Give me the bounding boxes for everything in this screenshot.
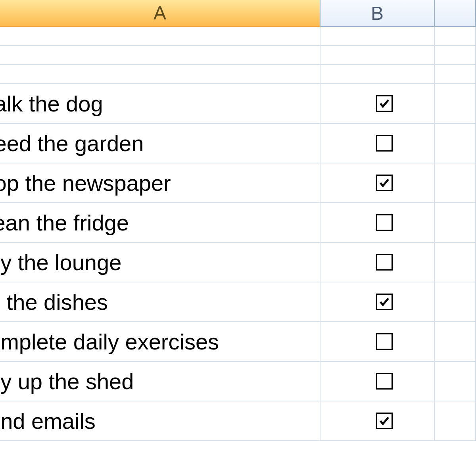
- cell-task-text[interactable]: lean the fridge: [0, 203, 321, 243]
- cell-task-text[interactable]: top the newspaper: [0, 163, 321, 203]
- cell-empty[interactable]: [435, 322, 476, 362]
- cell-empty[interactable]: [435, 65, 476, 84]
- cell-task-text[interactable]: /eed the garden: [0, 124, 321, 163]
- checkbox-unchecked-icon[interactable]: [376, 333, 393, 350]
- checkbox-checked-icon[interactable]: [376, 95, 393, 112]
- table-row: end emails: [0, 401, 476, 441]
- table-row: /alk the dog: [0, 84, 476, 124]
- cell-task-text[interactable]: dy up the shed: [0, 362, 321, 401]
- cell-empty[interactable]: [435, 362, 476, 401]
- cell-task-text[interactable]: [0, 65, 321, 84]
- table-row: lean the fridge: [0, 203, 476, 243]
- checkbox-checked-icon[interactable]: [376, 175, 393, 191]
- cell-checkbox[interactable]: [321, 282, 435, 322]
- checkbox-checked-icon[interactable]: [376, 413, 393, 429]
- cell-empty[interactable]: [435, 124, 476, 163]
- cell-task-text[interactable]: [0, 27, 321, 46]
- checkbox-unchecked-icon[interactable]: [376, 254, 393, 271]
- checkbox-unchecked-icon[interactable]: [376, 373, 393, 390]
- cell-task-text[interactable]: dy the lounge: [0, 243, 321, 282]
- cell-checkbox[interactable]: [321, 243, 435, 282]
- cell-empty[interactable]: [435, 401, 476, 441]
- cell-task-text[interactable]: [0, 46, 321, 65]
- cell-empty[interactable]: [435, 163, 476, 203]
- table-row: [0, 46, 476, 65]
- cell-checkbox[interactable]: [321, 124, 435, 163]
- table-row: top the newspaper: [0, 163, 476, 203]
- cell-checkbox[interactable]: [321, 84, 435, 124]
- table-row: dy up the shed: [0, 362, 476, 401]
- cell-empty[interactable]: [435, 203, 476, 243]
- checkbox-checked-icon[interactable]: [376, 294, 393, 310]
- table-row: o the dishes: [0, 282, 476, 322]
- column-header-a[interactable]: A: [0, 0, 321, 27]
- cell-checkbox[interactable]: [321, 322, 435, 362]
- checkbox-unchecked-icon[interactable]: [376, 214, 393, 231]
- spreadsheet-grid: A B /alk the dog/eed the gardentop the n…: [0, 0, 476, 476]
- table-row: dy the lounge: [0, 243, 476, 282]
- cell-task-text[interactable]: end emails: [0, 401, 321, 441]
- cell-checkbox[interactable]: [321, 46, 435, 65]
- cell-empty[interactable]: [435, 27, 476, 46]
- cell-checkbox[interactable]: [321, 163, 435, 203]
- cell-checkbox[interactable]: [321, 203, 435, 243]
- column-header-row: A B: [0, 0, 476, 27]
- cell-checkbox[interactable]: [321, 65, 435, 84]
- table-row: [0, 65, 476, 84]
- table-row: [0, 27, 476, 46]
- column-header-b[interactable]: B: [321, 0, 435, 27]
- cell-empty[interactable]: [435, 84, 476, 124]
- cell-task-text[interactable]: o the dishes: [0, 282, 321, 322]
- cell-checkbox[interactable]: [321, 362, 435, 401]
- cell-task-text[interactable]: /alk the dog: [0, 84, 321, 124]
- checkbox-unchecked-icon[interactable]: [376, 135, 393, 152]
- column-header-c[interactable]: [435, 0, 476, 27]
- cell-task-text[interactable]: omplete daily exercises: [0, 322, 321, 362]
- table-row: omplete daily exercises: [0, 322, 476, 362]
- cell-empty[interactable]: [435, 46, 476, 65]
- cell-empty[interactable]: [435, 282, 476, 322]
- cell-checkbox[interactable]: [321, 27, 435, 46]
- cell-empty[interactable]: [435, 243, 476, 282]
- table-row: /eed the garden: [0, 124, 476, 163]
- cell-checkbox[interactable]: [321, 401, 435, 441]
